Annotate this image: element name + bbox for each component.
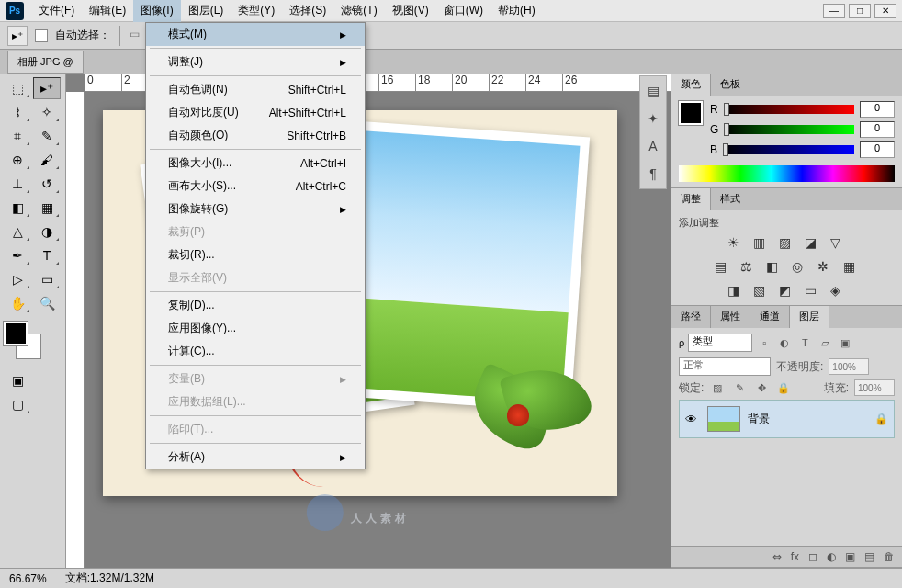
- filter-adjust-icon[interactable]: ◐: [776, 334, 793, 351]
- eraser-tool[interactable]: ◧: [4, 197, 31, 219]
- lock-transparency-icon[interactable]: ▨: [709, 379, 726, 396]
- menu-item-应用图像(Y)...[interactable]: 应用图像(Y)...: [146, 317, 365, 340]
- fill-input[interactable]: 100%: [854, 379, 895, 396]
- menu-item-裁切(R)...[interactable]: 裁切(R)...: [146, 243, 365, 266]
- bw-icon[interactable]: ◧: [766, 259, 783, 276]
- visibility-icon[interactable]: 👁: [685, 413, 700, 426]
- lock-all-icon[interactable]: 🔒: [775, 379, 792, 396]
- close-button[interactable]: ✕: [874, 4, 896, 18]
- tab-properties[interactable]: 属性: [711, 306, 750, 328]
- menu-图像(I)[interactable]: 图像(I): [133, 0, 180, 22]
- levels-icon[interactable]: ▥: [753, 235, 770, 252]
- spectrum-bar[interactable]: [679, 165, 895, 182]
- new-group-icon[interactable]: ▣: [845, 550, 855, 563]
- document-size[interactable]: 文档:1.32M/1.32M: [65, 571, 154, 586]
- menu-文件(F)[interactable]: 文件(F): [31, 0, 82, 22]
- menu-图层(L)[interactable]: 图层(L): [181, 0, 231, 22]
- delete-layer-icon[interactable]: 🗑: [884, 550, 895, 563]
- align-icon[interactable]: ▭: [130, 28, 146, 44]
- filter-type-icon[interactable]: T: [796, 334, 813, 351]
- link-layers-icon[interactable]: ⇔: [772, 550, 782, 563]
- layer-mask-icon[interactable]: ◻: [808, 550, 817, 563]
- threshold-icon[interactable]: ◩: [779, 283, 795, 300]
- lookup-icon[interactable]: ▦: [843, 259, 860, 276]
- maximize-button[interactable]: □: [849, 4, 871, 18]
- menu-item-分析(A)[interactable]: 分析(A)▶: [146, 446, 365, 469]
- invert-icon[interactable]: ◨: [727, 283, 744, 300]
- type-tool[interactable]: T: [33, 244, 61, 266]
- menu-帮助(H)[interactable]: 帮助(H): [490, 0, 543, 22]
- new-layer-icon[interactable]: ▤: [864, 550, 874, 563]
- menu-选择(S)[interactable]: 选择(S): [282, 0, 333, 22]
- zoom-tool[interactable]: 🔍: [33, 292, 61, 314]
- tab-swatches[interactable]: 色板: [711, 74, 750, 96]
- menu-类型(Y)[interactable]: 类型(Y): [231, 0, 282, 22]
- red-value[interactable]: 0: [860, 101, 895, 118]
- brush-tool[interactable]: 🖌: [33, 149, 61, 171]
- posterize-icon[interactable]: ▧: [753, 283, 770, 300]
- paragraph-icon[interactable]: ¶: [644, 164, 662, 183]
- blend-mode-select[interactable]: 正常: [679, 357, 771, 376]
- opacity-input[interactable]: 100%: [829, 358, 869, 375]
- navigator-icon[interactable]: ✦: [644, 109, 662, 128]
- layer-fx-icon[interactable]: fx: [791, 550, 799, 563]
- screenmode-tool[interactable]: ▢: [4, 393, 31, 415]
- character-icon[interactable]: A: [644, 137, 662, 155]
- stamp-tool[interactable]: ⊥: [4, 173, 31, 195]
- tab-color[interactable]: 颜色: [671, 74, 711, 96]
- menu-item-自动颜色(O)[interactable]: 自动颜色(O)Shift+Ctrl+B: [146, 124, 365, 147]
- layer-name[interactable]: 背景: [748, 412, 770, 427]
- lock-position-icon[interactable]: ✥: [753, 379, 770, 396]
- blur-tool[interactable]: △: [4, 220, 31, 243]
- new-fill-icon[interactable]: ◐: [827, 550, 836, 563]
- exposure-icon[interactable]: ◪: [805, 235, 821, 252]
- dodge-tool[interactable]: ◑: [33, 220, 61, 243]
- gradient-map-icon[interactable]: ▭: [805, 283, 821, 300]
- tab-paths[interactable]: 路径: [671, 306, 711, 328]
- tab-adjustments[interactable]: 调整: [671, 188, 711, 210]
- shape-tool[interactable]: ▭: [33, 268, 61, 290]
- blue-value[interactable]: 0: [860, 141, 895, 158]
- balance-icon[interactable]: ⚖: [740, 259, 757, 276]
- gradient-tool[interactable]: ▦: [33, 197, 61, 219]
- lock-pixels-icon[interactable]: ✎: [731, 379, 748, 396]
- filter-pixel-icon[interactable]: ▫: [756, 334, 772, 351]
- layer-kind-filter[interactable]: 类型: [688, 334, 752, 352]
- menu-item-复制(D)...[interactable]: 复制(D)...: [146, 294, 365, 317]
- curves-icon[interactable]: ▨: [779, 235, 795, 252]
- menu-item-图像大小(I)...[interactable]: 图像大小(I)...Alt+Ctrl+I: [146, 152, 365, 175]
- history-icon[interactable]: ▤: [644, 82, 662, 100]
- layer-thumbnail[interactable]: [707, 406, 740, 432]
- tab-layers[interactable]: 图层: [790, 306, 829, 328]
- photo-filter-icon[interactable]: ◎: [792, 259, 808, 276]
- menu-窗口(W)[interactable]: 窗口(W): [436, 0, 490, 22]
- channel-mixer-icon[interactable]: ✲: [817, 259, 834, 276]
- hue-icon[interactable]: ▤: [715, 259, 731, 276]
- wand-tool[interactable]: ✧: [33, 101, 61, 123]
- move-tool[interactable]: ▸⁺: [33, 77, 61, 99]
- document-tab[interactable]: 相册.JPG @: [7, 51, 84, 74]
- filter-smart-icon[interactable]: ▣: [837, 334, 853, 351]
- layer-row[interactable]: 👁 背景 🔒: [679, 400, 895, 438]
- marquee-tool[interactable]: ⬚: [4, 77, 31, 99]
- menu-编辑(E)[interactable]: 编辑(E): [82, 0, 133, 22]
- eyedropper-tool[interactable]: ✎: [33, 125, 61, 147]
- menu-item-自动色调(N)[interactable]: 自动色调(N)Shift+Ctrl+L: [146, 78, 365, 101]
- brightness-icon[interactable]: ☀: [727, 235, 744, 252]
- selective-icon[interactable]: ◈: [830, 283, 847, 300]
- foreground-color-swatch[interactable]: [4, 322, 28, 345]
- pen-tool[interactable]: ✒: [4, 244, 31, 266]
- menu-item-图像旋转(G)[interactable]: 图像旋转(G)▶: [146, 198, 365, 220]
- quickmask-tool[interactable]: ▣: [4, 369, 31, 391]
- zoom-level[interactable]: 66.67%: [9, 572, 47, 585]
- crop-tool[interactable]: ⌗: [4, 125, 31, 147]
- path-select-tool[interactable]: ▷: [4, 268, 31, 290]
- history-brush-tool[interactable]: ↺: [33, 173, 61, 195]
- menu-item-自动对比度(U)[interactable]: 自动对比度(U)Alt+Shift+Ctrl+L: [146, 101, 365, 124]
- auto-select-checkbox[interactable]: [35, 29, 48, 42]
- tab-styles[interactable]: 样式: [711, 188, 750, 210]
- tab-channels[interactable]: 通道: [750, 306, 790, 328]
- menu-item-调整(J)[interactable]: 调整(J)▶: [146, 51, 365, 74]
- green-slider[interactable]: [724, 125, 854, 134]
- lasso-tool[interactable]: ⌇: [4, 101, 31, 123]
